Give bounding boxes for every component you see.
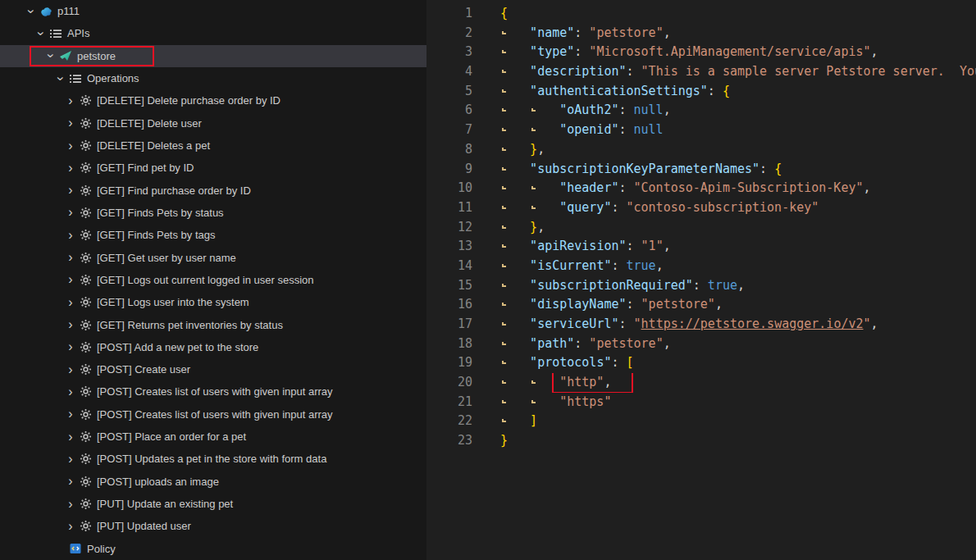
tab-whitespace-mark [502, 342, 506, 345]
operation-label: [POST] Place an order for a pet [97, 430, 246, 443]
editor-line[interactable]: 12}, [426, 218, 976, 238]
line-number: 5 [426, 82, 472, 102]
chevron-right-icon[interactable]: › [64, 296, 77, 309]
chevron-right-icon[interactable]: › [64, 340, 77, 353]
gear-icon [79, 318, 92, 331]
line-number: 17 [426, 315, 472, 335]
tab-whitespace-mark [502, 400, 506, 403]
editor-line[interactable]: 21"https" [426, 393, 976, 412]
tree-item-operation[interactable]: › [DELETE] Delete purchase order by ID [0, 89, 426, 112]
tree-item-label: petstore [77, 50, 116, 62]
editor-line[interactable]: 6"oAuth2": null, [426, 101, 976, 121]
editor-line[interactable]: 4"description": "This is a sample server… [426, 62, 976, 82]
code-token: "protocols" [530, 355, 611, 370]
code-token: : [574, 44, 589, 59]
tree-item-operation[interactable]: › [PUT] Updated user [0, 515, 426, 537]
tree-item-operations[interactable]: › Operations [0, 67, 426, 89]
tree-item-operation[interactable]: › [DELETE] Deletes a pet [0, 134, 426, 157]
editor-line[interactable]: 20"http", [426, 373, 976, 393]
json-editor[interactable]: 1{2"name": "petstore",3"type": "Microsof… [426, 0, 976, 560]
editor-line[interactable]: 19"protocols": [ [426, 353, 976, 373]
code-token: "authenticationSettings" [530, 84, 708, 98]
code-text: }, [472, 140, 976, 160]
editor-line[interactable]: 2"name": "petstore", [426, 24, 976, 43]
chevron-right-icon[interactable]: › [64, 430, 77, 444]
operation-label: [POST] Create user [97, 363, 190, 376]
tree-item-operation[interactable]: › [POST] uploads an image [0, 471, 426, 493]
editor-line[interactable]: 11"query": "contoso-subscription-key" [426, 198, 976, 218]
tree-item-operation[interactable]: › [POST] Create user [0, 358, 426, 380]
tree-item-operation[interactable]: › [POST] Place an order for a pet [0, 426, 426, 448]
line-number: 11 [426, 198, 472, 218]
chevron-right-icon[interactable]: › [64, 139, 77, 153]
chevron-right-icon[interactable]: › [64, 363, 77, 376]
chevron-down-icon[interactable]: › [25, 5, 38, 18]
tree-item-operation[interactable]: › [POST] Creates list of users with give… [0, 380, 426, 403]
tree-item-operation[interactable]: › [GET] Find purchase order by ID [0, 180, 426, 202]
editor-line[interactable]: 5"authenticationSettings": { [426, 82, 976, 102]
tree-item-operation[interactable]: › [GET] Logs user into the system [0, 291, 426, 313]
tree-item-service-p111[interactable]: › p111 [0, 0, 426, 22]
chevron-right-icon[interactable]: › [64, 206, 77, 219]
tree-item-operation[interactable]: › [POST] Updates a pet in the store with… [0, 448, 426, 470]
editor-line[interactable]: 1{ [426, 4, 976, 24]
operation-label: [GET] Finds Pets by tags [97, 229, 216, 241]
gear-icon [79, 139, 92, 153]
chevron-right-icon[interactable]: › [64, 475, 77, 488]
gear-icon [79, 296, 92, 309]
chevron-right-icon[interactable]: › [64, 94, 77, 107]
tree-item-policy[interactable]: › Policy [0, 538, 426, 560]
chevron-right-icon[interactable]: › [64, 407, 77, 421]
api-arrow-icon [59, 49, 72, 62]
tree-item-operation[interactable]: › [GET] Get user by user name [0, 246, 426, 268]
chevron-right-icon[interactable]: › [64, 385, 77, 398]
tree-item-operation[interactable]: › [PUT] Update an existing pet [0, 493, 426, 515]
editor-line[interactable]: 22] [426, 412, 976, 431]
tree-item-operation[interactable]: › [POST] Creates list of users with give… [0, 403, 426, 426]
code-token: { [774, 162, 782, 176]
chevron-right-icon[interactable]: › [64, 498, 77, 511]
tree-item-operation[interactable]: › [GET] Find pet by ID [0, 157, 426, 179]
code-token: } [530, 142, 537, 157]
editor-lines: 1{2"name": "petstore",3"type": "Microsof… [426, 4, 976, 451]
chevron-right-icon[interactable]: › [64, 162, 77, 175]
tree-item-apis[interactable]: › APIs [0, 22, 426, 44]
editor-line[interactable]: 8}, [426, 140, 976, 160]
chevron-right-icon[interactable]: › [64, 184, 77, 197]
editor-line[interactable]: 14"isCurrent": true, [426, 257, 976, 276]
chevron-right-icon[interactable]: › [64, 453, 77, 466]
code-token: , [604, 375, 611, 389]
chevron-right-icon[interactable]: › [64, 251, 77, 264]
tree-item-operation[interactable]: › [GET] Returns pet inventories by statu… [0, 313, 426, 335]
tree-item-operation[interactable]: › [POST] Add a new pet to the store [0, 336, 426, 358]
chevron-down-icon[interactable]: › [34, 27, 48, 40]
tree-item-operation[interactable]: › [GET] Finds Pets by status [0, 202, 426, 224]
editor-line[interactable]: 23} [426, 431, 976, 451]
editor-line[interactable]: 17"serviceUrl": "https://petstore.swagge… [426, 315, 976, 335]
tree-item-operation[interactable]: › [GET] Finds Pets by tags [0, 224, 426, 246]
tree-item-operation[interactable]: › [DELETE] Delete user [0, 112, 426, 134]
code-token: , [664, 102, 671, 117]
chevron-right-icon[interactable]: › [64, 520, 77, 533]
code-text: "oAuth2": null, [472, 101, 976, 121]
chevron-right-icon[interactable]: › [64, 116, 77, 130]
code-text: "openid": null [472, 121, 976, 140]
editor-line[interactable]: 3"type": "Microsoft.ApiManagement/servic… [426, 43, 976, 62]
editor-line[interactable]: 10"header": "Contoso-Apim-Subscription-K… [426, 179, 976, 198]
chevron-down-icon[interactable]: › [44, 49, 57, 62]
gear-icon [79, 363, 92, 376]
editor-line[interactable]: 13"apiRevision": "1", [426, 237, 976, 257]
editor-line[interactable]: 9"subscriptionKeyParameterNames": { [426, 160, 976, 180]
chevron-down-icon[interactable]: › [54, 72, 67, 85]
editor-line[interactable]: 18"path": "petstore", [426, 335, 976, 354]
code-token: { [500, 6, 508, 20]
vscode-window: › p111 › APIs [0, 0, 976, 560]
editor-line[interactable]: 7"openid": null [426, 121, 976, 140]
editor-line[interactable]: 15"subscriptionRequired": true, [426, 276, 976, 296]
chevron-right-icon[interactable]: › [64, 229, 77, 242]
tree-item-api-petstore[interactable]: › petstore [0, 45, 426, 67]
editor-line[interactable]: 16"displayName": "petstore", [426, 295, 976, 315]
tree-item-operation[interactable]: › [GET] Logs out current logged in user … [0, 269, 426, 291]
chevron-right-icon[interactable]: › [64, 318, 77, 331]
chevron-right-icon[interactable]: › [64, 273, 77, 286]
